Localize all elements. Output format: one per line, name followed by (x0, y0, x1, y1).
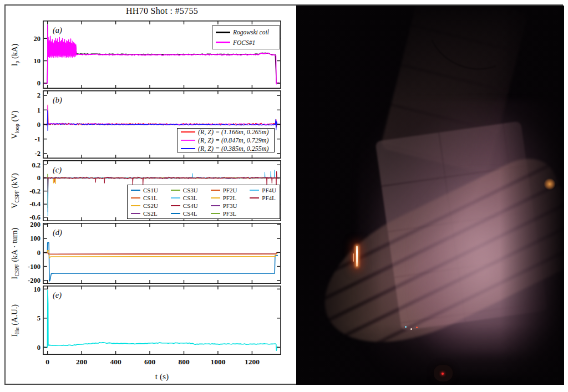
y-tick-label: 0 (37, 121, 40, 129)
y-tick-label: 1 (37, 106, 40, 114)
legend-item: Rogowski coil (216, 27, 269, 38)
panel-letter-e: (e) (53, 291, 62, 300)
legend-label: (R, Z) = (1.166m, 0.265m) (198, 128, 268, 136)
legend-label: PF4L (262, 195, 275, 201)
speck-cyan (405, 326, 407, 328)
legend-label: (R, Z) = (0.385m, 0.255m) (198, 145, 268, 153)
x-tick-label: 1000 (210, 358, 225, 366)
legend-line-swatch (171, 197, 180, 199)
orange-reflection-dot (544, 179, 556, 190)
y-tick-label: 10 (34, 57, 41, 65)
y-axis-label-b: Vloop (V) (10, 110, 21, 139)
legend-item: PF2U (211, 186, 237, 194)
bright-filament (356, 246, 358, 267)
legend-line-swatch (131, 205, 140, 207)
legend-label: (R, Z) = (0.847m, 0.729m) (198, 136, 268, 145)
legend-line-swatch (211, 197, 220, 199)
y-tick-label: 2 (37, 91, 40, 99)
legend-item: PF3L (211, 210, 237, 217)
y-tick-label: 5 (37, 314, 40, 322)
legend-line-swatch (131, 213, 140, 215)
y-tick-label: 0 (37, 79, 40, 87)
legend-panel-a: Rogowski coilFOCS#1 (212, 26, 280, 49)
legend-item: PF4L (250, 194, 276, 202)
photo-vignette (296, 6, 564, 385)
legend-line-swatch (171, 205, 180, 207)
legend-item: (R, Z) = (0.847m, 0.729m) (181, 136, 268, 145)
series-vloop-r0847 (43, 106, 280, 125)
bright-filament-secondary (353, 253, 354, 262)
y-tick-label: -200 (28, 277, 40, 284)
legend-item: (R, Z) = (0.385m, 0.255m) (181, 145, 268, 153)
legend-item: (R, Z) = (1.166m, 0.265m) (181, 128, 268, 136)
legend-item: PF2L (211, 194, 237, 202)
y-tick-label: -0.2 (29, 187, 40, 195)
legend-panel-b: (R, Z) = (1.166m, 0.265m)(R, Z) = (0.847… (177, 128, 275, 152)
legend-label: Rogowski coil (233, 29, 269, 35)
y-tick-label: 10 (34, 286, 41, 293)
speck-white (410, 328, 412, 330)
legend-line-swatch (211, 213, 220, 215)
legend-item: CS4U (171, 202, 198, 210)
legend-label: PF2U (223, 187, 237, 194)
x-tick-label: 800 (178, 358, 190, 366)
legend-panel-c: CS1UCS1LCS2UCS2LCS3UCS3LCS4UCS4LPF2UPF2L… (127, 185, 280, 219)
legend-line-swatch (181, 148, 195, 150)
x-tick-label: 1200 (245, 358, 260, 366)
y-tick-label: 100 (30, 235, 40, 242)
legend-label: FOCS#1 (233, 39, 255, 46)
legend-line-swatch (171, 213, 180, 215)
y-tick-label: 0 (37, 174, 40, 182)
plasma-camera-photo (296, 6, 564, 385)
legend-item: PF4U (250, 186, 276, 194)
legend-line-swatch (211, 205, 220, 207)
y-axis-label-d: ICSPF (kA · turn) (10, 228, 21, 279)
y-axis-label-c: VCSPF (kV) (10, 173, 21, 208)
y-tick-label: -100 (28, 263, 40, 271)
legend-label: CS4U (183, 202, 198, 209)
y-tick-label: -0.4 (29, 200, 41, 208)
legend-label: CS2L (143, 210, 158, 217)
legend-item: PF3U (211, 202, 237, 210)
panel-letter-b: (b) (53, 95, 62, 105)
legend-label: CS3L (183, 195, 197, 201)
x-tick-label: 400 (110, 358, 121, 366)
figure-root: HH70 Shot : #5755 01020(a)-2-1012(b)-0.6… (0, 0, 568, 392)
x-tick-label: 200 (76, 358, 88, 366)
x-tick-label: 0 (45, 358, 49, 366)
y-tick-label: 0.2 (32, 161, 40, 169)
legend-line-swatch (250, 197, 259, 199)
legend-line-swatch (211, 190, 220, 191)
legend-item: CS1L (131, 194, 158, 202)
panel-letter-a: (a) (53, 26, 62, 35)
legend-item: CS4L (171, 210, 198, 217)
series-icspf-darkred (43, 252, 278, 253)
chart-panel-e: 0200400600800100012000510(e)t (s) (24, 286, 285, 384)
legend-item: CS2U (131, 202, 158, 210)
legend-label: CS1U (143, 187, 158, 194)
series-icspf-blue (43, 243, 278, 281)
legend-line-swatch (171, 190, 180, 191)
red-indicator-dot (442, 373, 444, 375)
legend-label: CS3U (183, 187, 198, 194)
legend-label: PF3U (223, 202, 237, 209)
legend-item: CS1U (131, 186, 158, 194)
legend-label: CS1L (143, 195, 158, 201)
y-tick-label: 0 (37, 249, 40, 257)
legend-line-swatch (131, 190, 140, 191)
legend-line-swatch (250, 190, 259, 191)
legend-line-swatch (216, 32, 230, 33)
legend-line-swatch (181, 140, 195, 141)
legend-line-swatch (216, 42, 230, 43)
y-tick-label: -2 (35, 150, 40, 157)
speck-red (416, 327, 418, 328)
legend-label: PF3L (223, 210, 236, 217)
y-tick-label: 20 (34, 35, 41, 43)
legend-line-swatch (131, 197, 140, 199)
panel-letter-c: (c) (53, 165, 62, 175)
legend-label: PF2L (223, 195, 236, 201)
legend-item: CS3U (171, 186, 198, 194)
legend-item: FOCS#1 (216, 38, 269, 48)
y-tick-label: 0 (37, 344, 40, 352)
chart-panel-d: -200-1000100200(d) (24, 223, 285, 284)
